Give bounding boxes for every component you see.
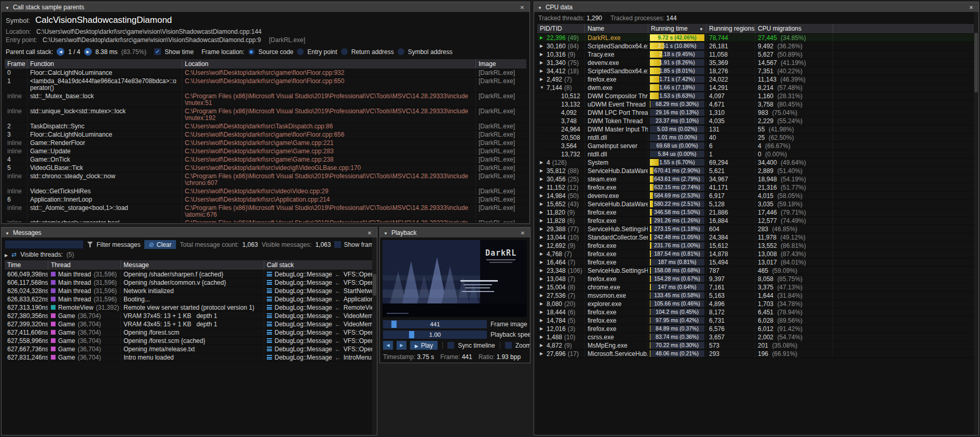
message-row[interactable]: 627,399,320ns Game (36,704) VRAM 43x45: … [5,320,374,328]
message-row[interactable]: 626,833,622ns Main thread (31,596) Booti… [5,295,374,303]
process-row[interactable]: 10,512 DWM Compositor Thread 1.53 s (6.6… [537,92,975,100]
callstack-row[interactable]: inline std::unique_lock<std::mutex>::loc… [5,108,526,123]
cpu-titlebar[interactable]: CPU data [534,2,978,12]
callstack-icon[interactable] [267,330,272,335]
message-callstack[interactable]: DebugLog::Message VFS::Open [264,346,374,353]
message-callstack[interactable]: DebugLog::Message VFS::Open [264,329,374,336]
process-row[interactable]: ▶ 11,820 (9) firefox.exe 346.58 ms (1.50… [537,208,975,217]
expand-icon[interactable]: ▶ [540,343,545,348]
playback-titlebar[interactable]: Playback [380,228,530,237]
expand-icon[interactable]: ▶ [540,310,545,314]
return-address-radio[interactable] [341,48,348,55]
callstack-icon[interactable] [267,347,272,351]
column-pid-tid[interactable]: PID/TID [537,24,585,33]
callstack-icon[interactable] [267,297,272,301]
message-callstack[interactable]: DebugLog::Message RemoteVie [264,304,374,311]
message-callstack[interactable]: DebugLog::Message VFS::Open [264,271,374,278]
message-row[interactable]: 627,411,606ns Game (36,704) Opening /for… [5,328,374,337]
callstack-icon[interactable] [267,305,272,310]
process-row[interactable]: ▶ 13,048 (7) firefox.exe 154.28 ms (0.67… [537,275,975,283]
process-row[interactable]: 4,092 DWM LPC Port Thread 29.16 ms (0.13… [537,109,975,117]
message-callstack[interactable]: DebugLog::Message VFS::Open [264,279,374,286]
expand-icon[interactable]: ▶ [540,168,545,173]
expand-icon[interactable]: ▶ [540,77,545,82]
messages-scrollbar[interactable] [372,237,377,434]
collapse-icon[interactable] [5,4,9,11]
callstack-row[interactable]: 6 Application::InnerLoop C:\Users\wolf\D… [5,196,526,204]
expand-icon[interactable]: ▶ [540,235,545,240]
callstack-icon[interactable] [267,272,272,276]
sync-timeline-checkbox[interactable] [447,342,454,349]
filter-input[interactable] [5,240,84,249]
expand-icon[interactable]: ▶ [540,260,545,264]
message-row[interactable]: 627,667,736ns Game (36,704) Opening /met… [5,345,374,353]
process-row[interactable]: ▶ 16,464 (7) firefox.exe 187 ms (0.81%) … [537,258,975,267]
message-row[interactable]: 606,117,568ns Main thread (31,596) Openi… [5,279,374,287]
source-code-radio[interactable] [248,48,255,55]
message-row[interactable]: 606,049,398ns Main thread (31,596) Openi… [5,270,374,279]
process-row[interactable]: ▶ 11,152 (12) firefox.exe 632.15 ms (2.7… [537,183,975,192]
expand-icon[interactable]: ▶ [540,52,545,57]
message-callstack[interactable]: DebugLog::Message VideoMemo [264,321,374,328]
callstack-row[interactable]: inline Game::RenderFloor C:\Users\wolf\D… [5,139,526,148]
process-row[interactable]: ▼ 7,144 (8) dwm.exe 1.66 s (7.18%) 14,29… [537,84,975,92]
close-icon[interactable] [519,229,526,236]
process-row[interactable]: ▶ 4,872 (9) MsMpEng.exe 70.22 ms (0.30%)… [537,341,975,350]
close-icon[interactable] [366,229,373,236]
process-row[interactable]: ▶ 15,004 (8) chrome.exe 147 ms (0.64%) 7… [537,283,975,292]
close-icon[interactable] [519,4,526,11]
process-row[interactable]: ▶ 12,016 (3) firefox.exe 84.89 ms (0.37%… [537,325,975,333]
collapse-icon[interactable] [538,4,542,11]
callstack-row[interactable]: inline std::atomic<bool>::operator bool … [5,219,526,222]
expand-icon[interactable]: ▶ [540,326,545,331]
callstack-icon[interactable] [267,288,272,293]
callstack-row[interactable]: 5 VideoGLBase::Tick C:\Users\wolf\Deskto… [5,164,526,173]
expand-icon[interactable]: ▶ [540,44,545,48]
callstack-icon[interactable] [267,338,272,343]
expand-icon[interactable] [5,251,8,258]
callstack-row[interactable]: inline Game::Update C:\Users\wolf\Deskto… [5,148,526,156]
process-row[interactable]: ▶ 30,456 (25) steam.exe 643.61 ms (2.79%… [537,175,975,183]
process-row[interactable]: ▶ 23,348 (106) ServiceHub.SettingsHost 1… [537,267,975,275]
process-row[interactable]: 3,564 GameInput server 69.68 us (0.00%) … [537,142,975,150]
callstack-row[interactable]: inline std::_Mutex_base::lock C:\Program… [5,92,526,108]
callstack-row[interactable]: inline std::_Atomic_storage<bool,1>::loa… [5,204,526,219]
column-thread[interactable]: Thread [48,260,121,270]
show-frame-checkbox[interactable] [334,241,341,248]
process-row[interactable]: ▶ 14,984 (50) devenv.exe 584.69 ms (2.53… [537,192,975,200]
expand-icon[interactable]: ▶ [540,276,545,281]
message-callstack[interactable]: DebugLog::Message Application: [264,296,374,303]
expand-icon[interactable]: ▶ [540,60,545,65]
callstack-row[interactable]: 3 Floor::CalcLightNoLuminance C:\Users\w… [5,131,526,139]
expand-icon[interactable]: ▼ [540,85,545,90]
column-location[interactable]: Location [182,59,476,69]
callstack-row[interactable]: inline Video::GetTicksHiRes C:\Users\wol… [5,188,526,196]
expand-icon[interactable]: ▶ [540,218,545,223]
show-time-checkbox[interactable] [154,48,161,55]
play-button[interactable]: Play [410,341,438,350]
scrollbar-thumb[interactable] [974,33,978,92]
column-name[interactable]: Name [585,24,648,33]
prev-frame-button[interactable] [383,341,393,350]
callstack-icon[interactable] [267,322,272,326]
process-row[interactable]: ▶ 18,444 (6) firefox.exe 104.2 ms (0.45%… [537,308,975,316]
callstack-icon[interactable] [267,280,272,285]
expand-icon[interactable]: ▶ [540,243,545,248]
expand-icon[interactable]: ▶ [540,160,545,165]
clear-button[interactable]: Clear [144,240,176,249]
process-row[interactable]: ▶ 10,316 (9) Tracy.exe 2.18 s (9.45%) 11… [537,50,975,59]
process-row[interactable]: ▶ 13,044 (10) StandardCollector.Servic 2… [537,233,975,242]
expand-icon[interactable]: ▶ [540,227,545,231]
expand-icon[interactable]: ▶ [540,193,545,198]
process-row[interactable]: ▶ 8,080 (20) explorer.exe 105.66 ms (0.4… [537,300,975,308]
callstack-row[interactable]: 2 TaskDispatch::Sync C:\Users\wolf\Deskt… [5,123,526,131]
process-row[interactable]: 13,132 uDWM Event Thread 68.29 ms (0.30%… [537,100,975,109]
process-row[interactable]: 3,748 DWM Token Thread 23.37 ms (0.10%) … [537,117,975,125]
message-callstack[interactable]: DebugLog::Message StartNetwo [264,287,374,295]
column-message[interactable]: Message [121,260,264,270]
expand-icon[interactable]: ▶ [540,351,545,356]
expand-icon[interactable]: ▶ [540,293,545,298]
message-callstack[interactable]: DebugLog::Message VideoMemo [264,312,374,320]
expand-icon[interactable]: ▶ [540,202,545,206]
process-row[interactable]: 24,964 DWM Master Input Threa 5.03 ms (0… [537,125,975,134]
